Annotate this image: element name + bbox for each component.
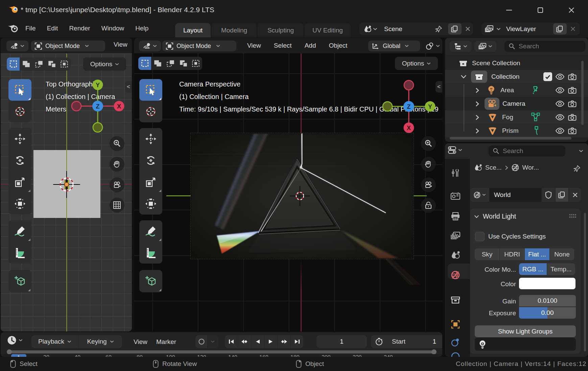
svg-text:X: X: [117, 103, 121, 110]
svg-text:Z: Z: [96, 103, 100, 110]
svg-text:X: X: [407, 125, 411, 131]
svg-text:Z: Z: [407, 103, 411, 110]
svg-text:Y: Y: [428, 103, 432, 110]
svg-text:Y: Y: [96, 82, 100, 89]
